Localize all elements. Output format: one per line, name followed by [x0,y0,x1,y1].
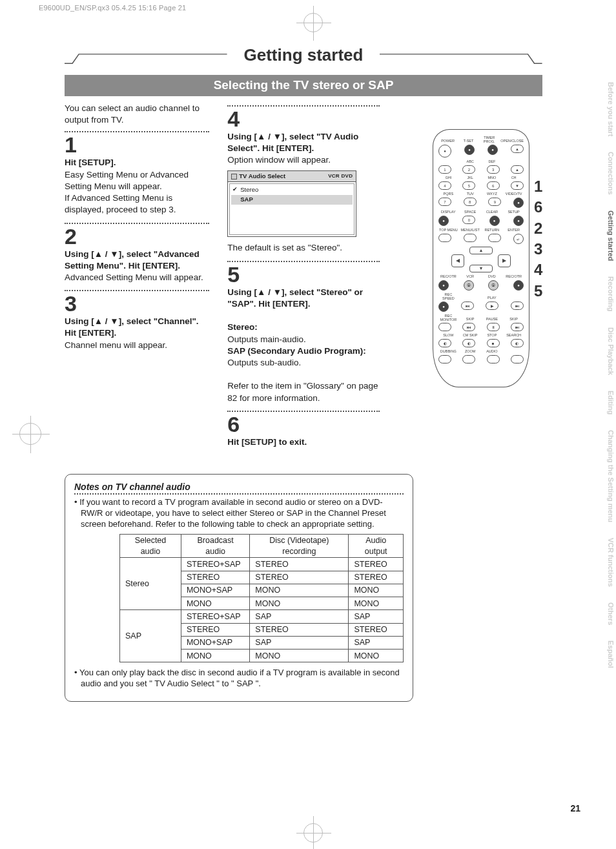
remote-label: DEF [482,160,502,164]
td: STEREO [181,571,249,584]
td: STEREO [250,558,349,571]
remote-label: PQRS [438,192,458,196]
remote-button: ● [438,280,449,291]
step-heading: Hit [SETUP]. [65,157,209,169]
remote-button [464,234,477,242]
th: Disc (Videotape) recording [250,534,349,558]
remote-label: VCR [460,275,480,279]
remote-label: PLAY [482,296,502,300]
title-bar: Getting started [65,45,542,71]
divider-dots [65,223,209,224]
remote-label: GHI [438,176,458,180]
remote-label: CH [504,176,524,180]
step-text: The default is set as "Stereo". [227,242,379,254]
td: MONO+SAP [181,636,249,649]
page-number: 21 [570,803,580,813]
remote-illustration: POWERT-SETTIMER PROG.OPEN/CLOSE●●●▲ABCDE… [433,129,542,400]
divider-dots [74,493,404,495]
remote-label: REC SPEED [438,293,458,300]
table-row: SAPSTEREO+SAPSAPSAP [120,610,404,623]
remote-label: STOP [482,334,502,338]
remote-label: SKIP [460,318,480,322]
remote-dpad: ▲ ▼ ◀ ▶ [449,247,513,272]
remote-button: 4 [438,181,451,190]
remote-button: ● [488,145,498,155]
side-tab: Others [602,595,616,633]
remote-button: 5 [462,181,475,190]
remote-label: CM SKIP [460,334,480,338]
remote-button: ● [513,216,524,226]
side-tab: Disc Playback [602,320,616,383]
step-number: 1 [65,134,209,156]
td: MONO [349,650,404,662]
remote-button [511,355,524,363]
remote-button: ▼ [511,181,524,190]
td: STEREO [250,571,349,584]
td: SAP [120,610,181,662]
dpad-down-icon: ▼ [469,265,493,272]
osd-option-stereo: Stereo [231,185,353,195]
osd-option-sap: SAP [231,195,353,205]
option-text: Outputs main-audio. [227,334,379,345]
remote-button [438,323,451,331]
step-number: 4 [227,108,379,130]
divider-dots [227,105,379,107]
crop-mark-top [303,13,323,32]
crop-mark-bottom [303,823,323,843]
remote-label: SETUP [504,210,524,214]
remote-label: VIDEO/TV [504,192,524,196]
remote-label: MENU/LIST [460,229,480,232]
remote-button [438,355,451,363]
td: STEREO [349,623,404,636]
remote-button: ⏮ [462,323,475,331]
option-head: Stereo: [227,322,258,332]
remote-button [487,355,500,363]
callout: 6 [534,198,542,216]
th: Selected audio [120,534,181,558]
step-text: Channel menu will appear. [65,340,209,351]
left-column: You can select an audio channel to outpu… [65,103,209,455]
remote-label: REC/OTR [438,275,458,279]
crop-mark-left [19,423,41,445]
remote-button: ▲ [511,165,524,174]
dpad-up-icon: ▲ [469,247,493,254]
step-heading: Using [▲ / ▼], select "TV Audio Select".… [227,131,379,154]
remote-button: ⦿ [464,280,474,291]
remote-label: MNO [482,176,502,180]
remote-button: ■ [487,339,500,347]
remote-button: ◐ [462,339,475,347]
step-text: Advanced Setting Menu will appear. [65,272,209,283]
step-number: 5 [227,263,379,285]
td: MONO [250,650,349,662]
intro-text: You can select an audio channel to outpu… [65,103,209,126]
remote-button: 8 [464,198,477,206]
td: STEREO [250,623,349,636]
step-heading: Using [▲ / ▼], select "Advanced Setting … [65,249,209,272]
side-tab: Editing [602,383,616,422]
side-tabs: Before you startConnectionsGetting start… [602,74,616,676]
callout: 2 [534,220,542,238]
remote-button [488,234,501,242]
remote-label: SKIP [504,318,524,322]
remote-label: PAUSE [482,318,502,322]
print-header: E9600UD_EN/SP.qx3 05.4.25 15:16 Page 21 [39,4,186,12]
side-tab: Before you start [602,74,616,144]
callout: 5 [534,282,542,300]
remote-button: ▲ [511,145,524,153]
td: MONO [349,597,404,610]
callout: 4 [534,261,542,279]
td: STEREO+SAP [181,558,249,571]
notes-title: Notes on TV channel audio [74,481,404,493]
section-subtitle: Selecting the TV stereo or SAP [65,75,542,96]
th: Broadcast audio [181,534,249,558]
step-heading: Using [▲ / ▼], select "Channel". Hit [EN… [65,316,209,339]
remote-label: JKL [460,176,480,180]
remote-button: ● [513,198,524,208]
remote-button: 3 [487,165,500,174]
remote-label: ZOOM [460,350,480,354]
td: MONO [181,650,249,662]
remote-button: ▶ [486,302,498,310]
th: Audio output [349,534,404,558]
side-tab: Getting started [602,203,616,269]
remote-label: REC/OTR [504,275,524,279]
